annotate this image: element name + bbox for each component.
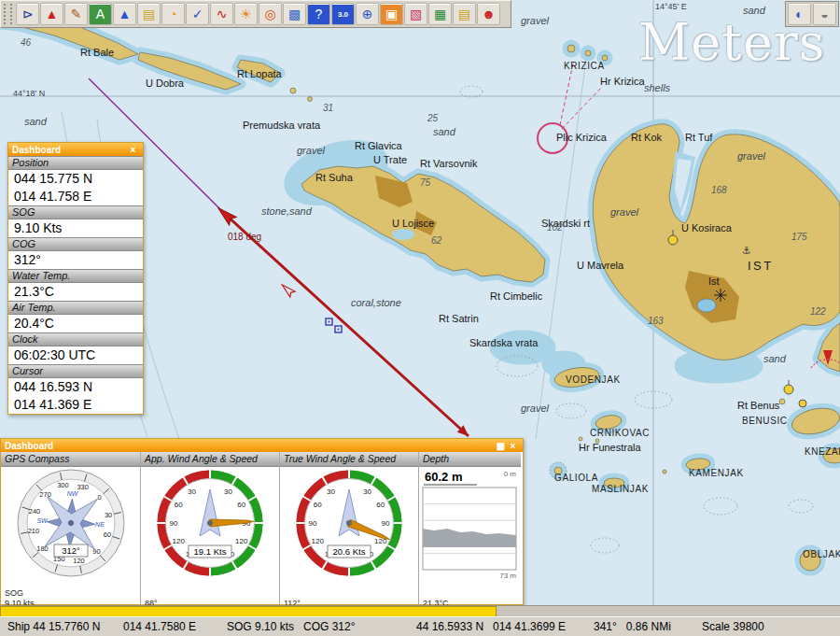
- grib-button[interactable]: ▩: [283, 3, 306, 25]
- svg-text:30: 30: [188, 488, 196, 496]
- text-labels-button[interactable]: A: [89, 3, 112, 25]
- corner-toolbar: ◐◒: [785, 1, 839, 27]
- anchorage-icon: ⚓: [742, 245, 751, 257]
- instrument-value: 06:02:30 UTC: [8, 346, 143, 364]
- dashboard-settings-button[interactable]: ▦: [495, 441, 507, 451]
- dashboard-title: Dashboard: [12, 145, 127, 155]
- statusbar-segment: Scale 39800: [702, 620, 764, 633]
- dashboard-left-titlebar[interactable]: Dashboard ×: [8, 143, 143, 156]
- tides-button[interactable]: ◔: [161, 3, 185, 25]
- toolbar-grip[interactable]: [4, 4, 12, 24]
- svg-text:30: 30: [327, 488, 335, 496]
- svg-text:312°: 312°: [62, 545, 80, 556]
- dashboard-bottom-titlebar[interactable]: Dashboard ▦ ×: [1, 439, 523, 452]
- buoy-icon: [799, 400, 806, 407]
- measure-icon: ✎: [71, 7, 82, 21]
- svg-text:60.2 m: 60.2 m: [425, 470, 462, 484]
- plugin-weather-button[interactable]: ▤: [453, 3, 476, 25]
- dashboard-bottom-panel: Dashboard ▦ × GPS Compass 03060901201501…: [0, 438, 524, 605]
- day-night-button[interactable]: ◐: [788, 3, 811, 25]
- options-icon: ◒: [820, 7, 828, 21]
- currents-button[interactable]: ▤: [137, 3, 161, 25]
- svg-text:120: 120: [73, 557, 85, 565]
- svg-text:0: 0: [97, 493, 101, 502]
- plugin-chart-downloader-icon: ▧: [410, 7, 422, 21]
- ais-targets-icon: ▲: [119, 7, 132, 21]
- instrument-value: 9.10 Kts: [8, 219, 143, 237]
- ais-targets-button[interactable]: ▲: [113, 3, 136, 25]
- instrument-value: 21.3°C: [8, 283, 143, 301]
- instrument-header: Clock: [8, 332, 143, 346]
- instrument-header: COG: [8, 237, 143, 251]
- svg-text:NW: NW: [67, 490, 79, 497]
- measure-button[interactable]: ✎: [64, 3, 88, 25]
- chart-outlines-button[interactable]: ✓: [186, 3, 209, 25]
- plugin-weather-icon: ▤: [458, 7, 470, 21]
- instrument-depth: Depth 60.2 m 0 m 73 m 21.3°C: [419, 452, 521, 611]
- svg-text:30: 30: [224, 488, 232, 496]
- follow-vessel-button[interactable]: ⊳: [16, 3, 39, 25]
- buoy-icon: [784, 385, 793, 394]
- instrument-header: Cursor: [8, 364, 143, 378]
- close-button[interactable]: ×: [507, 441, 519, 451]
- svg-text:60: 60: [376, 501, 385, 509]
- chart-outlines-icon: ✓: [192, 7, 203, 21]
- version-button[interactable]: 3.0: [331, 3, 355, 25]
- currents-icon: ▤: [143, 7, 155, 21]
- dashboard-left-panel: Dashboard × Position044 15.775 N014 41.7…: [7, 142, 144, 415]
- instrument-header: App. Wind Angle & Speed: [141, 452, 279, 467]
- status-bar: Ship 44 15.7760 N014 41.7580 ESOG 9.10 k…: [0, 616, 840, 636]
- version-icon: 3.0: [338, 10, 348, 19]
- day-night-icon: ◐: [795, 7, 803, 21]
- instrument-value: 20.4°C: [8, 315, 143, 332]
- instrument-header: Air Temp.: [8, 301, 143, 315]
- mob-icon: ◎: [264, 7, 275, 21]
- route-manager-button[interactable]: ∿: [210, 3, 233, 25]
- plugin-grid-button[interactable]: ▦: [428, 3, 452, 25]
- svg-text:300: 300: [57, 481, 69, 489]
- svg-text:330: 330: [77, 483, 89, 491]
- statusbar-segment: SOG 9.10 kts COG 312°: [227, 620, 356, 633]
- statusbar-segment: 014 41.7580 E: [123, 620, 196, 633]
- plugin-logbook-button[interactable]: ▣: [380, 3, 403, 25]
- svg-text:240: 240: [29, 507, 41, 516]
- plugin-grid-icon: ▦: [434, 7, 446, 21]
- plugin-logbook-icon: ▣: [385, 7, 398, 21]
- svg-text:120: 120: [312, 537, 325, 545]
- svg-text:60: 60: [175, 501, 183, 509]
- route-manager-icon: ∿: [217, 7, 228, 21]
- help-button[interactable]: ?: [307, 3, 330, 25]
- svg-text:60: 60: [237, 501, 245, 509]
- plugin-crew-icon: ☻: [482, 7, 496, 21]
- gps-compass-gauge: 0306090120150180210240270300330NESESWNW …: [1, 467, 141, 580]
- main-toolbar: ⊳▲✎A▲▤◔✓∿☀◎▩?3.0⊕▣▧▦▤☻: [0, 0, 511, 28]
- text-labels-icon: A: [96, 7, 105, 21]
- instrument-true-wind: True Wind Angle & Speed 3030606090901201…: [280, 452, 419, 611]
- statusbar-segment: 44 16.5933 N: [416, 620, 483, 633]
- sunrise-icon: ☀: [240, 7, 252, 21]
- svg-text:73 m: 73 m: [499, 572, 516, 580]
- sunrise-button[interactable]: ☀: [234, 3, 258, 25]
- svg-text:60: 60: [314, 501, 322, 509]
- instrument-header: SOG: [8, 205, 143, 219]
- instrument-value: 044 15.775 N: [8, 170, 143, 188]
- svg-text:NE: NE: [95, 521, 105, 528]
- app-wind-gauge: 303060609090120120150150 19.1 Kts: [141, 467, 280, 580]
- follow-vessel-icon: ⊳: [22, 7, 34, 21]
- plugin-chart-downloader-button[interactable]: ▧: [404, 3, 427, 25]
- instrument-value: 312°: [8, 251, 143, 269]
- svg-text:120: 120: [173, 537, 186, 545]
- svg-text:20.6 Kts: 20.6 Kts: [333, 546, 366, 557]
- ownship-icon: ▲: [46, 7, 59, 21]
- position-icon: ⊕: [362, 7, 373, 21]
- instrument-header: Water Temp.: [8, 269, 143, 283]
- close-button[interactable]: ×: [127, 145, 139, 155]
- mob-button[interactable]: ◎: [259, 3, 282, 25]
- opencpn-window: ⚓ Meters Rt BaleU DobraRt Lopata44°1: [0, 0, 840, 636]
- ownship-button[interactable]: ▲: [40, 3, 63, 25]
- position-button[interactable]: ⊕: [356, 3, 379, 25]
- instrument-header: Position: [8, 156, 143, 170]
- svg-text:90: 90: [309, 519, 317, 528]
- options-button[interactable]: ◒: [813, 3, 836, 25]
- plugin-crew-button[interactable]: ☻: [477, 3, 500, 25]
